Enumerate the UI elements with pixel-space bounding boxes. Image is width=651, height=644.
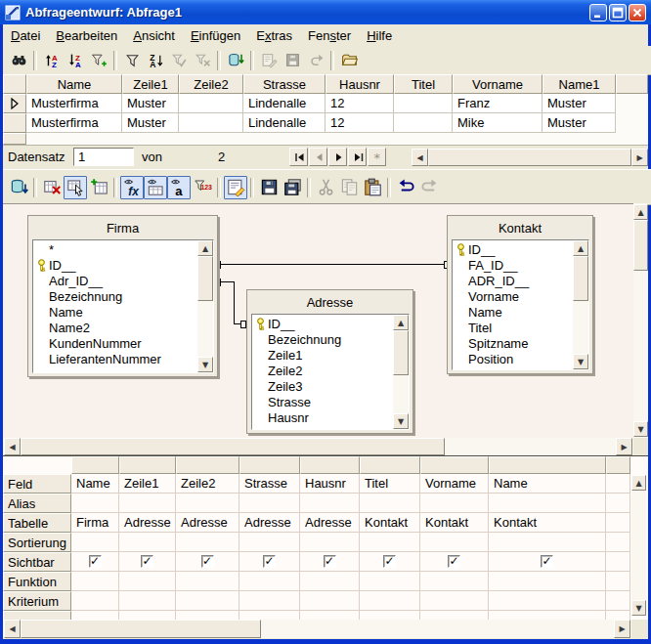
criteria-cell-feld[interactable]: Hausnr bbox=[300, 474, 360, 494]
scroll-up-button[interactable]: ▲ bbox=[197, 240, 213, 256]
scroll-up-button[interactable]: ▲ bbox=[393, 315, 409, 330]
criteria-cell-feld[interactable]: Titel bbox=[360, 474, 420, 494]
criteria-cell-alias[interactable] bbox=[119, 494, 176, 513]
grid-cell[interactable] bbox=[179, 113, 243, 133]
scroll-thumb[interactable] bbox=[393, 330, 409, 375]
criteria-cell-sichtbar[interactable]: ✓ bbox=[420, 552, 489, 572]
criteria-cell-sichtbar[interactable]: ✓ bbox=[300, 552, 360, 572]
criteria-cell-alias[interactable] bbox=[360, 494, 420, 513]
criteria-column-header[interactable] bbox=[489, 456, 606, 474]
criteria-cell-sichtbar[interactable]: ✓ bbox=[360, 552, 420, 572]
relation-line[interactable] bbox=[221, 264, 447, 265]
scroll-left-button[interactable]: ◀ bbox=[412, 149, 428, 166]
relation-line[interactable] bbox=[221, 281, 235, 282]
criteria-cell-tabelle[interactable]: Kontakt bbox=[360, 513, 420, 533]
criteria-cell-tabelle[interactable]: Adresse bbox=[239, 513, 300, 533]
criteria-cell-sortierung[interactable] bbox=[176, 533, 239, 552]
field-item-hausnr[interactable]: Hausnr bbox=[252, 409, 392, 425]
criteria-cell-sichtbar[interactable]: ✓ bbox=[119, 552, 176, 572]
grid-cell[interactable] bbox=[394, 113, 453, 133]
column-header-titel[interactable]: Titel bbox=[394, 74, 453, 94]
criteria-cell-kriterium[interactable] bbox=[119, 591, 176, 611]
field-item-[interactable]: * bbox=[33, 241, 196, 257]
menu-datei[interactable]: Datei bbox=[3, 26, 48, 45]
field-item-faid[interactable]: FA_ID__ bbox=[453, 257, 572, 273]
menu-einfgen[interactable]: Einfügen bbox=[183, 26, 248, 45]
criteria-cell-sortierung[interactable] bbox=[300, 533, 360, 552]
scroll-down-button[interactable]: ▼ bbox=[633, 421, 648, 437]
visible-checkbox[interactable]: ✓ bbox=[263, 555, 276, 568]
criteria-cell-funktion[interactable] bbox=[119, 572, 176, 591]
column-header-vorname[interactable]: Vorname bbox=[453, 74, 542, 94]
field-item-bezeichnung[interactable]: Bezeichnung bbox=[33, 288, 196, 304]
scroll-thumb[interactable] bbox=[633, 220, 648, 271]
criteria-cell-tabelle[interactable]: Adresse bbox=[119, 513, 176, 533]
design-horizontal-scrollbar[interactable]: ◀▶ bbox=[3, 438, 633, 455]
scroll-thumb[interactable] bbox=[573, 256, 588, 301]
criteria-cell-sichtbar[interactable]: ✓ bbox=[239, 552, 300, 572]
criteria-cell-tabelle[interactable]: Adresse bbox=[300, 513, 360, 533]
visible-checkbox[interactable]: ✓ bbox=[448, 555, 460, 568]
autofilter-button[interactable] bbox=[87, 49, 110, 72]
visible-checkbox[interactable]: ✓ bbox=[89, 555, 102, 568]
criteria-cell-funktion[interactable] bbox=[176, 572, 239, 591]
scroll-left-button[interactable]: ◀ bbox=[4, 438, 21, 455]
criteria-cell-sortierung[interactable] bbox=[360, 533, 420, 552]
undo-button[interactable] bbox=[394, 176, 417, 199]
scroll-thumb[interactable] bbox=[21, 620, 261, 638]
sort-ascending-button[interactable]: AZ bbox=[40, 49, 64, 72]
scroll-up-button[interactable]: ▲ bbox=[631, 475, 646, 491]
criteria-cell-tabelle[interactable]: Kontakt bbox=[420, 513, 489, 533]
criteria-cell-feld[interactable]: Name bbox=[489, 474, 606, 494]
grid-cell[interactable]: 12 bbox=[326, 113, 394, 133]
grid-cell[interactable] bbox=[179, 94, 243, 113]
field-item-strasse[interactable]: Strasse bbox=[252, 394, 392, 409]
field-list-scrollbar[interactable]: ▲▼ bbox=[393, 315, 409, 429]
criteria-cell-funktion[interactable] bbox=[239, 572, 300, 591]
visible-checkbox[interactable]: ✓ bbox=[383, 555, 396, 568]
field-item-zeile1[interactable]: Zeile1 bbox=[252, 347, 392, 363]
row-selector[interactable] bbox=[3, 94, 26, 113]
grid-cell[interactable]: Lindenalle bbox=[243, 94, 326, 113]
grid-cell[interactable]: Lindenalle bbox=[243, 113, 326, 133]
scroll-thumb[interactable] bbox=[21, 438, 445, 455]
visible-checkbox[interactable]: ✓ bbox=[141, 555, 153, 568]
criteria-cell-alias[interactable] bbox=[420, 494, 489, 513]
menu-bearbeiten[interactable]: Bearbeiten bbox=[48, 26, 125, 45]
menu-hilfe[interactable]: Hilfe bbox=[359, 26, 400, 45]
visible-checkbox[interactable]: ✓ bbox=[201, 555, 214, 568]
criteria-cell-alias[interactable] bbox=[606, 494, 630, 513]
minimize-button[interactable] bbox=[589, 4, 607, 21]
criteria-cell-sichtbar[interactable] bbox=[606, 552, 630, 572]
visible-checkbox[interactable]: ✓ bbox=[541, 555, 553, 568]
criteria-cell-funktion[interactable] bbox=[71, 572, 119, 591]
criteria-cell-feld[interactable]: Strasse bbox=[239, 474, 300, 494]
criteria-cell-kriterium[interactable] bbox=[489, 591, 606, 611]
criteria-column-header[interactable] bbox=[119, 456, 176, 474]
switch-design-view-button[interactable] bbox=[224, 176, 247, 199]
field-item-id[interactable]: ID__ bbox=[453, 241, 572, 257]
field-item-bezeichnung[interactable]: Bezeichnung bbox=[252, 331, 392, 347]
criteria-column-header[interactable] bbox=[71, 456, 119, 474]
table-box-kontakt[interactable]: KontaktID__FA_ID__ADR_ID__VornameNameTit… bbox=[447, 215, 593, 374]
criteria-cell-feld[interactable] bbox=[606, 474, 630, 494]
design-vertical-scrollbar[interactable]: ▲▼ bbox=[633, 203, 648, 438]
field-item-adrid[interactable]: ADR_ID__ bbox=[453, 273, 572, 288]
next-record-button[interactable] bbox=[328, 148, 347, 166]
field-item-titel[interactable]: Titel bbox=[453, 320, 572, 335]
sort-order-button[interactable]: ZA bbox=[144, 49, 167, 72]
scroll-left-button[interactable]: ◀ bbox=[4, 620, 21, 638]
criteria-cell-kriterium[interactable] bbox=[71, 591, 119, 611]
table-name-button[interactable] bbox=[144, 176, 167, 199]
scroll-right-button[interactable]: ▶ bbox=[616, 438, 632, 455]
criteria-column-header[interactable] bbox=[239, 456, 300, 474]
grid-cell[interactable]: Muster bbox=[542, 113, 616, 133]
column-header-strasse[interactable]: Strasse bbox=[243, 74, 326, 94]
paste-button[interactable] bbox=[361, 176, 384, 199]
grid-cell[interactable]: Mike bbox=[453, 113, 542, 133]
field-item-kundennummer[interactable]: KundenNummer bbox=[33, 335, 196, 351]
criteria-cell-sichtbar[interactable]: ✓ bbox=[489, 552, 606, 572]
criteria-cell-feld[interactable]: Zeile2 bbox=[176, 474, 239, 494]
field-item-name2[interactable]: Name2 bbox=[33, 320, 196, 335]
criteria-cell-kriterium[interactable] bbox=[606, 591, 630, 611]
